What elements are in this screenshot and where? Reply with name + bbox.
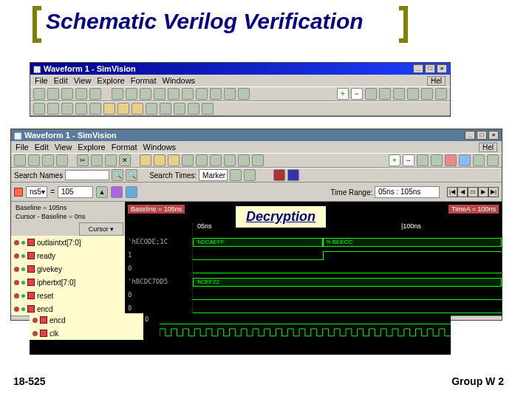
tool-icon[interactable] bbox=[435, 88, 447, 100]
tool-icon[interactable] bbox=[210, 88, 222, 100]
menu-file[interactable]: File bbox=[35, 76, 48, 85]
tool-icon[interactable] bbox=[140, 154, 151, 166]
menu-view[interactable]: View bbox=[74, 76, 92, 85]
add-icon[interactable]: + bbox=[337, 88, 349, 100]
remove-icon[interactable]: − bbox=[351, 88, 363, 100]
tool-icon[interactable] bbox=[140, 88, 151, 100]
copy-icon[interactable] bbox=[91, 154, 103, 166]
tool-icon[interactable] bbox=[224, 154, 236, 166]
tool-icon[interactable] bbox=[47, 88, 59, 100]
tool-icon[interactable] bbox=[487, 154, 499, 166]
menu-view[interactable]: View bbox=[55, 143, 72, 151]
marker-icon[interactable] bbox=[14, 188, 23, 197]
tool-icon[interactable] bbox=[117, 103, 129, 115]
scroll-prev-icon[interactable]: ◀ bbox=[457, 187, 468, 197]
menu-edit[interactable]: Edit bbox=[35, 143, 49, 151]
tool-icon[interactable] bbox=[111, 186, 123, 198]
signal-name[interactable]: iphertxt[7:0] bbox=[11, 276, 125, 289]
tool-icon[interactable] bbox=[33, 88, 45, 100]
signal-name[interactable]: ready bbox=[11, 249, 125, 262]
waveform[interactable] bbox=[193, 249, 502, 262]
menu-edit[interactable]: Edit bbox=[54, 76, 68, 85]
add-icon[interactable]: + bbox=[389, 154, 400, 166]
tool-icon[interactable] bbox=[28, 154, 40, 166]
signal-name[interactable]: outlaintxt[7:0] bbox=[11, 236, 125, 249]
tool-icon[interactable] bbox=[61, 88, 73, 100]
scroll-first-icon[interactable]: |◀ bbox=[447, 187, 457, 197]
menu-format[interactable]: Format bbox=[131, 76, 157, 85]
close-button[interactable]: × bbox=[437, 64, 447, 73]
titlebar-front[interactable]: ▦ Waveform 1 - SimVision _ □ × bbox=[11, 129, 502, 141]
tool-icon[interactable] bbox=[182, 88, 194, 100]
tool-icon[interactable] bbox=[42, 154, 54, 166]
flag-icon[interactable] bbox=[273, 169, 285, 181]
menu-windows[interactable]: Windows bbox=[143, 143, 177, 151]
menu-explore[interactable]: Explore bbox=[78, 143, 105, 151]
maximize-button[interactable]: □ bbox=[477, 131, 487, 140]
titlebar-back[interactable]: ▦ Waveform 1 - SimVision _ □ × bbox=[30, 63, 450, 75]
tool-icon[interactable] bbox=[75, 103, 87, 115]
tool-icon[interactable] bbox=[154, 88, 166, 100]
tool-icon[interactable] bbox=[365, 88, 377, 100]
close-button[interactable]: × bbox=[488, 131, 499, 140]
tool-icon[interactable] bbox=[473, 154, 485, 166]
signal-name[interactable]: reset bbox=[11, 289, 125, 302]
tool-icon[interactable] bbox=[224, 88, 236, 100]
menu-explore[interactable]: Explore bbox=[97, 76, 124, 85]
tool-icon[interactable] bbox=[182, 154, 194, 166]
minimize-button[interactable]: _ bbox=[465, 131, 475, 140]
tool-icon[interactable] bbox=[75, 88, 87, 100]
tool-icon[interactable] bbox=[379, 88, 391, 100]
tool-icon[interactable] bbox=[417, 154, 429, 166]
waveform-clock[interactable] bbox=[160, 327, 451, 340]
menu-help[interactable]: Hel bbox=[479, 143, 497, 152]
tool-icon[interactable] bbox=[188, 103, 200, 115]
tool-icon[interactable] bbox=[252, 154, 264, 166]
spinner-up-icon[interactable]: ▲ bbox=[96, 186, 108, 198]
tool-icon[interactable] bbox=[103, 103, 115, 115]
tool-icon[interactable] bbox=[431, 154, 443, 166]
scroll-last-icon[interactable]: ▶| bbox=[488, 187, 499, 197]
maximize-button[interactable]: □ bbox=[425, 64, 435, 73]
waveform[interactable] bbox=[193, 289, 502, 302]
tool-icon[interactable] bbox=[61, 103, 73, 115]
tool-icon[interactable] bbox=[89, 103, 101, 115]
tool-icon[interactable] bbox=[14, 154, 26, 166]
time-value-combo[interactable]: 105 bbox=[58, 186, 93, 198]
tool-icon[interactable] bbox=[126, 88, 137, 100]
tool-icon[interactable] bbox=[33, 103, 45, 115]
signal-name[interactable]: clk bbox=[30, 327, 143, 340]
tool-icon[interactable] bbox=[244, 169, 256, 181]
unit-combo[interactable]: ns5 ▾ bbox=[26, 186, 47, 198]
delete-icon[interactable]: ✕ bbox=[119, 154, 131, 166]
tool-icon[interactable] bbox=[445, 154, 457, 166]
menu-file[interactable]: File bbox=[16, 143, 29, 151]
tool-icon[interactable] bbox=[56, 154, 68, 166]
tool-icon[interactable] bbox=[160, 103, 171, 115]
cut-icon[interactable]: ✂ bbox=[77, 154, 89, 166]
tool-icon[interactable] bbox=[238, 88, 250, 100]
search-times-combo[interactable]: Marker bbox=[199, 169, 228, 181]
tool-icon[interactable] bbox=[407, 88, 419, 100]
flag-icon[interactable] bbox=[287, 169, 299, 181]
tool-icon[interactable] bbox=[230, 169, 242, 181]
tool-icon[interactable] bbox=[210, 154, 222, 166]
menu-format[interactable]: Format bbox=[112, 143, 137, 151]
tool-icon[interactable] bbox=[196, 88, 208, 100]
tool-icon[interactable] bbox=[421, 88, 433, 100]
tool-icon[interactable] bbox=[89, 88, 101, 100]
search-icon[interactable]: 🔍 bbox=[126, 169, 137, 181]
signal-name[interactable]: givekey bbox=[11, 262, 125, 276]
tool-icon[interactable] bbox=[202, 103, 214, 115]
tool-icon[interactable] bbox=[112, 88, 123, 100]
search-icon[interactable]: 🔍 bbox=[112, 169, 123, 181]
tool-icon[interactable] bbox=[238, 154, 250, 166]
waveform[interactable]: 'hCEF22 bbox=[193, 276, 502, 289]
time-range-combo[interactable]: 05ns : 105ns bbox=[375, 186, 440, 198]
minimize-button[interactable]: _ bbox=[413, 64, 423, 73]
tool-icon[interactable] bbox=[47, 103, 59, 115]
cursor-button[interactable]: Cursor ▾ bbox=[79, 222, 123, 236]
tool-icon[interactable] bbox=[196, 154, 208, 166]
tool-icon[interactable] bbox=[393, 88, 405, 100]
tool-icon[interactable] bbox=[459, 154, 471, 166]
